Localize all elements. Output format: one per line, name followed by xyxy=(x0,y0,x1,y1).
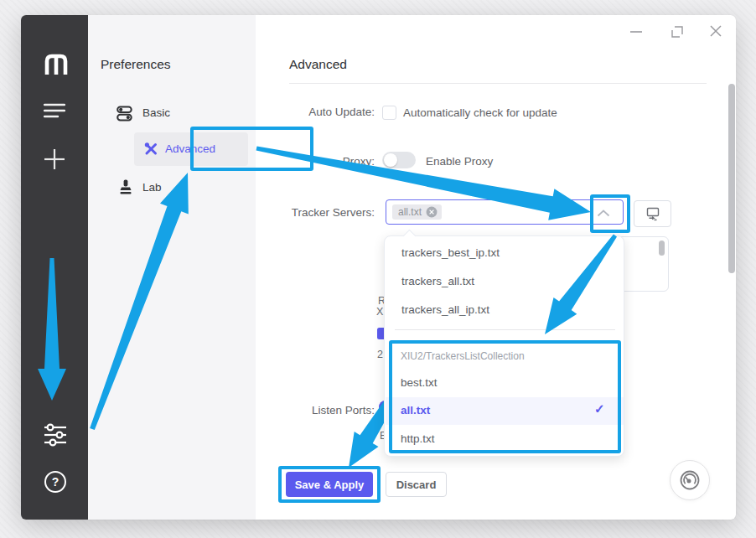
window-scrollbar[interactable] xyxy=(728,84,735,273)
page-title: Advanced xyxy=(289,57,347,72)
preferences-sliders-icon[interactable] xyxy=(42,422,69,447)
check-icon: ✓ xyxy=(594,401,605,416)
nav-rail: ? xyxy=(21,15,88,520)
textarea-scrollbar[interactable] xyxy=(659,241,665,256)
tracker-servers-input[interactable]: all.txt xyxy=(386,199,624,225)
proxy-label: Proxy: xyxy=(251,155,375,168)
tracker-dropdown: trackers_best_ip.txt trackers_all.txt tr… xyxy=(384,235,624,457)
proxy-toggle-label: Enable Proxy xyxy=(426,155,493,168)
gauge-icon xyxy=(678,468,702,492)
occluded-text-fragment: X xyxy=(376,306,383,318)
dropdown-item[interactable]: trackers_all_ip.txt xyxy=(401,303,489,316)
chevron-up-icon[interactable] xyxy=(597,210,610,217)
title-divider xyxy=(289,83,707,84)
tools-icon xyxy=(144,142,158,156)
discard-button[interactable]: Discard xyxy=(386,472,447,497)
toggle-knob xyxy=(384,153,397,167)
dropdown-item[interactable]: http.txt xyxy=(401,432,435,445)
tag-remove-icon[interactable] xyxy=(426,206,438,218)
sidebar-item-label: Advanced xyxy=(165,142,215,155)
tracker-servers-label: Tracker Servers: xyxy=(251,206,375,219)
close-button[interactable] xyxy=(707,23,724,39)
task-list-icon[interactable] xyxy=(44,102,65,121)
dropdown-group-label: XIU2/TrackersListCollection xyxy=(401,350,525,362)
speed-gauge-button[interactable] xyxy=(670,460,710,500)
help-icon[interactable]: ? xyxy=(42,468,69,495)
toggles-icon xyxy=(117,106,132,122)
sidebar-item-lab[interactable]: Lab xyxy=(113,178,247,199)
stamp-icon xyxy=(119,179,132,196)
preferences-panel: Preferences Basic Advanced Lab xyxy=(88,15,256,520)
add-task-icon[interactable] xyxy=(43,147,66,171)
auto-update-checkbox[interactable] xyxy=(382,106,396,120)
dropdown-divider xyxy=(395,329,615,330)
tag-label: all.txt xyxy=(398,206,422,218)
dropdown-item[interactable]: best.txt xyxy=(401,376,438,389)
panel-title: Preferences xyxy=(101,57,171,72)
sync-trackers-button[interactable] xyxy=(634,200,671,227)
save-apply-label: Save & Apply xyxy=(295,479,365,491)
sidebar-item-advanced[interactable]: Advanced xyxy=(134,132,248,166)
dropdown-item-selected[interactable]: all.txt xyxy=(401,404,430,416)
dropdown-item[interactable]: trackers_all.txt xyxy=(401,275,474,287)
listen-ports-label: Listen Ports: xyxy=(251,404,375,416)
tag-all-txt[interactable]: all.txt xyxy=(392,204,442,220)
auto-update-label: Auto Update: xyxy=(251,106,375,118)
occluded-text-fragment: 2 xyxy=(377,349,383,360)
screen: ? Preferences Basic Advanced Lab xyxy=(0,0,756,538)
discard-label: Discard xyxy=(396,479,437,491)
motrix-logo-icon xyxy=(42,52,70,77)
save-apply-button[interactable]: Save & Apply xyxy=(286,472,373,497)
auto-update-checkbox-label: Automatically check for update xyxy=(403,106,557,119)
minimize-button[interactable] xyxy=(628,23,645,40)
sync-icon xyxy=(645,207,660,221)
sidebar-item-basic[interactable]: Basic xyxy=(113,104,247,126)
sidebar-item-label: Basic xyxy=(142,106,170,119)
proxy-toggle[interactable] xyxy=(382,152,416,168)
restore-button[interactable] xyxy=(669,23,686,40)
dropdown-item[interactable]: trackers_best_ip.txt xyxy=(401,246,500,259)
sidebar-item-label: Lab xyxy=(142,181,162,194)
svg-text:?: ? xyxy=(52,475,60,489)
